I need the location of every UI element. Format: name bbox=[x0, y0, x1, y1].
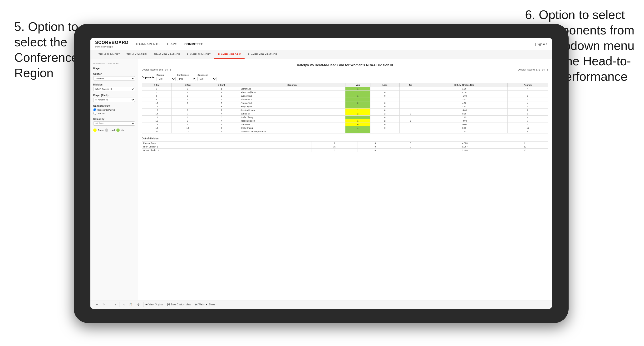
col-win: Win bbox=[346, 83, 370, 87]
cell-rounds: 3 bbox=[508, 94, 548, 98]
cell-win: 1 bbox=[346, 116, 370, 119]
cell-opponent: Eunice Yi bbox=[239, 112, 346, 116]
cell-reg: 2 bbox=[172, 105, 204, 109]
cell-win: 1 bbox=[346, 119, 370, 123]
cell-div: 14 bbox=[142, 112, 172, 116]
col-opponent: Opponent bbox=[239, 83, 346, 87]
cell-tie bbox=[400, 123, 421, 126]
h2h-table: # Div # Reg # Conf Opponent Win Loss Tie… bbox=[142, 83, 548, 134]
subnav-team-summary[interactable]: TEAM SUMMARY bbox=[95, 50, 123, 59]
main-nav: TOURNAMENTS TEAMS COMMITTEE bbox=[136, 41, 535, 47]
save-icon: 💾 bbox=[167, 303, 170, 306]
paste-btn[interactable]: 📋 bbox=[128, 303, 134, 307]
cell-loss: 0 bbox=[370, 123, 400, 126]
toolbar-divider-3 bbox=[165, 302, 165, 307]
opponent-played-radio[interactable]: Opponents Played bbox=[93, 108, 135, 111]
cell-conf: 1 bbox=[204, 87, 239, 91]
back-btn[interactable]: ‹ bbox=[108, 303, 112, 307]
ood-cell-opponent: Foreign Team bbox=[142, 142, 312, 145]
player-rank-select[interactable]: 8. Katelyn Vo bbox=[93, 98, 135, 102]
colour-by-select[interactable]: Win/loss bbox=[93, 121, 135, 126]
share-action[interactable]: Share bbox=[209, 303, 215, 306]
out-of-division-table: Foreign Team 1 0 0 4.500 2 NAIA Division… bbox=[142, 141, 548, 152]
cell-reg: 3 bbox=[172, 87, 204, 91]
cell-loss: 0 bbox=[370, 116, 400, 119]
cell-opponent: Jessica Mason bbox=[239, 119, 346, 123]
cell-div: 18 bbox=[142, 123, 172, 126]
out-of-division-label: Out of division bbox=[142, 137, 548, 140]
time-btn[interactable]: ⏱ bbox=[136, 303, 141, 307]
region-filter: Region (All) bbox=[156, 74, 176, 81]
cell-tie bbox=[400, 87, 421, 91]
table-row: 3 3 1 Esther Lee 1 1.50 4 bbox=[142, 87, 548, 91]
cell-opponent: Heejo Hyun bbox=[239, 105, 346, 109]
undo-btn[interactable]: ↩ bbox=[94, 303, 99, 307]
cell-rounds: 3 bbox=[508, 105, 548, 109]
cell-div: 6 bbox=[142, 94, 172, 98]
division-select[interactable]: NCAA Division III bbox=[93, 87, 135, 91]
logo-sub: Powered by clippd bbox=[95, 46, 128, 48]
cell-tie bbox=[400, 94, 421, 98]
nav-teams[interactable]: TEAMS bbox=[166, 41, 177, 47]
ood-cell-loss: 0 bbox=[358, 149, 393, 152]
cell-win: 1 bbox=[346, 105, 370, 109]
redo-btn[interactable]: ↻ bbox=[101, 303, 106, 307]
watch-action[interactable]: 👀 Watch ▾ bbox=[195, 303, 207, 306]
cell-rounds: 2 bbox=[508, 123, 548, 126]
watch-icon: 👀 bbox=[195, 303, 198, 306]
cell-opponent: Jessica Huang bbox=[239, 109, 346, 112]
cell-reg: 1 bbox=[172, 109, 204, 112]
cell-win: 2 bbox=[346, 101, 370, 105]
sidebar-division-label: Division bbox=[93, 83, 135, 86]
conference-select[interactable]: (All) bbox=[177, 77, 196, 81]
cell-reg: 10 bbox=[172, 126, 204, 130]
subnav-team-h2h-heatmap[interactable]: TEAM H2H HEATMAP bbox=[150, 50, 184, 59]
forward-btn[interactable]: › bbox=[114, 303, 118, 307]
nav-committee[interactable]: COMMITTEE bbox=[184, 41, 203, 47]
cell-reg: 6 bbox=[172, 101, 204, 105]
division-record: Division Record: 331 - 34 - 6 bbox=[518, 68, 548, 71]
ood-cell-tie: 0 bbox=[393, 142, 428, 145]
cell-loss: 2 bbox=[370, 119, 400, 123]
view-icon: 👁 bbox=[145, 303, 148, 306]
sidebar-colour-by-label: Colour by bbox=[93, 118, 135, 120]
overall-record: Overall Record: 353 - 34 - 6 bbox=[142, 68, 171, 71]
sub-nav: TEAM SUMMARY TEAM H2H GRID TEAM H2H HEAT… bbox=[90, 50, 552, 59]
col-loss: Loss bbox=[370, 83, 400, 87]
cell-reg: 3 bbox=[172, 94, 204, 98]
conference-filter: Conference (All) bbox=[177, 74, 196, 81]
cell-tie bbox=[400, 109, 421, 112]
cell-win: 0 bbox=[346, 123, 370, 126]
cell-rounds: 4 bbox=[508, 101, 548, 105]
table-row: 16 3 4 Jessica Mason 1 2 0 -0.94 7 bbox=[142, 119, 548, 123]
table-row: 20 11 7 Federica Domecq Lacroze 2 1 0 1.… bbox=[142, 130, 548, 134]
cell-rounds: 4 bbox=[508, 87, 548, 91]
cell-tie bbox=[400, 105, 421, 109]
top100-radio[interactable]: Top 100 bbox=[93, 112, 135, 115]
subnav-team-h2h-grid[interactable]: TEAM H2H GRID bbox=[123, 50, 150, 59]
save-custom-view-action[interactable]: 💾 Save Custom View bbox=[167, 303, 191, 306]
opponent-filter-label: Opponent bbox=[198, 74, 216, 76]
opponent-select[interactable]: (All) bbox=[198, 77, 216, 81]
subnav-player-h2h-heatmap[interactable]: PLAYER H2H HEATMAP bbox=[244, 50, 280, 59]
subnav-player-summary[interactable]: PLAYER SUMMARY bbox=[184, 50, 214, 59]
region-select[interactable]: (All) bbox=[156, 77, 176, 81]
sign-out[interactable]: | Sign out bbox=[535, 42, 548, 46]
opponent-view-radio-group: Opponents Played Top 100 bbox=[93, 108, 135, 115]
view-original-action[interactable]: 👁 View: Original bbox=[145, 303, 163, 306]
cell-loss: 0 bbox=[370, 105, 400, 109]
cell-reg: 8 bbox=[172, 116, 204, 119]
subnav-player-h2h-grid[interactable]: PLAYER H2H GRID bbox=[214, 50, 244, 59]
records-row: Overall Record: 353 - 34 - 6 Division Re… bbox=[142, 68, 548, 71]
cell-diff: -5.00 bbox=[421, 123, 508, 126]
cell-rounds: 3 bbox=[508, 98, 548, 101]
gender-select[interactable]: Women's bbox=[93, 76, 135, 80]
grid-title: Katelyn Vo Head-to-Head Grid for Women's… bbox=[142, 63, 548, 67]
cell-opponent: Andrea York bbox=[239, 101, 346, 105]
nav-tournaments[interactable]: TOURNAMENTS bbox=[136, 41, 160, 47]
sidebar-colour-by-section: Colour by Win/loss bbox=[93, 118, 135, 126]
cell-conf: 1 bbox=[204, 109, 239, 112]
copy-btn[interactable]: ⎘ bbox=[121, 303, 126, 307]
table-row: 6 3 3 Sydney Kuo 1 0 -1.00 3 bbox=[142, 94, 548, 98]
cell-tie bbox=[400, 126, 421, 130]
